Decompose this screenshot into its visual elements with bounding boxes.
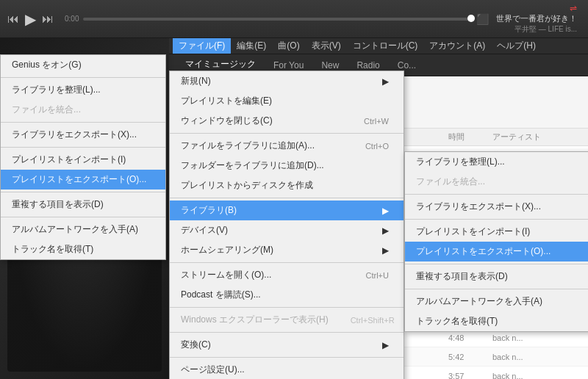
library-submenu: ライブラリを整理(L)... ファイルを統合... ライブラリをエクスポート(X…: [404, 54, 588, 235]
sidebar-menu-genius[interactable]: Genius をオン(G): [1, 55, 165, 75]
progress-thumb: [467, 15, 475, 22]
shuffle-icon: ⇌: [570, 3, 577, 13]
play-button[interactable]: ▶: [25, 10, 36, 28]
menu-burn-disc[interactable]: プレイリストからディスクを作成: [170, 176, 404, 195]
menu-sep-3: [170, 262, 404, 263]
lib-sep-2: [405, 219, 588, 220]
menu-library[interactable]: ライブラリ(B) ▶: [170, 201, 404, 220]
lib-get-artwork[interactable]: アルバムアートワークを入手(A): [405, 292, 588, 311]
song-artist: back n...: [492, 333, 581, 342]
top-bar: ⏮ ▶ ⏭ 0:00 ⬛ ⇌ 世界で一番君が好き！ 平井堅 — LIFE is.…: [0, 0, 588, 38]
song-info-top: ⇌ 世界で一番君が好き！ 平井堅 — LIFE is...: [496, 3, 581, 35]
sidebar-menu-organize[interactable]: ライブラリを整理(L)...: [1, 80, 165, 100]
file-menu-item[interactable]: ファイル(F): [173, 38, 231, 54]
sidebar-menu-get-track-names[interactable]: トラック名を取得(T): [1, 239, 165, 259]
menu-subscribe-podcast[interactable]: Podcast を購読(S)...: [170, 285, 404, 305]
menu-show-explorer[interactable]: Windows エクスプローラーで表示(H) Ctrl+Shift+R: [170, 310, 404, 330]
lib-get-track-names[interactable]: トラック名を取得(T): [405, 311, 588, 331]
song-menu-item[interactable]: 曲(O): [272, 38, 305, 54]
song-artist: back n...: [492, 353, 581, 361]
help-menu-item[interactable]: ヘルプ(H): [491, 38, 542, 54]
sidebar-menu-consolidate[interactable]: ファイルを統合...: [1, 100, 165, 120]
menu-new[interactable]: 新規(N) ▶: [170, 71, 404, 91]
menu-close-window[interactable]: ウィンドウを閉じる(C) Ctrl+W: [170, 111, 404, 131]
airplay-icon[interactable]: ⬛: [476, 13, 489, 25]
menu-bar: ファイル(F) 編集(E) 曲(O) 表示(V) コントロール(C) アカウント…: [169, 38, 588, 54]
song-duration: 5:42: [448, 353, 492, 361]
menu-sep-2: [170, 198, 404, 198]
lib-export[interactable]: ライブラリをエクスポート(X)...: [405, 197, 588, 217]
next-button[interactable]: ⏭: [42, 12, 54, 26]
prev-button[interactable]: ⏮: [7, 12, 19, 26]
airplay-area: ⬛: [476, 13, 489, 25]
sidebar-separator-2: [1, 122, 165, 123]
song-duration: 4:48: [448, 333, 492, 342]
sidebar-menu-export-playlist[interactable]: プレイリストをエクスポート(O)...: [1, 170, 165, 190]
sidebar-separator-3: [1, 147, 165, 148]
progress-area: 0:00 ⬛: [65, 13, 489, 25]
account-menu-item[interactable]: アカウント(A): [423, 38, 491, 54]
sidebar-separator-4: [1, 192, 165, 192]
sidebar-menu-export-library[interactable]: ライブラリをエクスポート(X)...: [1, 125, 165, 145]
menu-add-folder[interactable]: フォルダーをライブラリに追加(D)...: [170, 156, 404, 176]
menu-add-file[interactable]: ファイルをライブラリに追加(A)... Ctrl+O: [170, 136, 404, 156]
top-song-title: 世界で一番君が好き！: [496, 13, 577, 24]
menu-sep-4: [170, 307, 404, 308]
sidebar-menu-panel: Genius をオン(G) ライブラリを整理(L)... ファイルを統合... …: [0, 54, 169, 379]
menu-page-setup[interactable]: ページ設定(U)...: [170, 360, 404, 379]
library-submenu-content: ライブラリを整理(L)... ファイルを統合... ライブラリをエクスポート(X…: [404, 151, 588, 332]
lib-sep-4: [405, 289, 588, 289]
time-elapsed: 0:00: [65, 15, 79, 23]
menu-home-sharing[interactable]: ホームシェアリング(M) ▶: [170, 240, 404, 260]
lib-sep-3: [405, 264, 588, 264]
lib-show-duplicates[interactable]: 重複する項目を表示(D): [405, 267, 588, 286]
sidebar-menu-import-playlist[interactable]: プレイリストをインポート(I): [1, 150, 165, 170]
lib-import-playlist[interactable]: プレイリストをインポート(I): [405, 222, 588, 242]
menu-open-stream[interactable]: ストリームを開く(O)... Ctrl+U: [170, 265, 404, 285]
lib-sep-1: [405, 194, 588, 195]
sidebar-menu-show-duplicates[interactable]: 重複する項目を表示(D): [1, 195, 165, 214]
playback-controls: ⏮ ▶ ⏭: [7, 10, 54, 28]
menu-sep-6: [170, 357, 404, 358]
lib-export-playlist[interactable]: プレイリストをエクスポート(O)...: [405, 242, 588, 261]
menu-edit-playlist[interactable]: プレイリストを編集(E): [170, 91, 404, 111]
song-artist: back n...: [492, 372, 581, 380]
menu-sep-5: [170, 332, 404, 333]
sidebar-menu-get-artwork[interactable]: アルバムアートワークを入手(A): [1, 220, 165, 239]
song-duration: 3:57: [448, 372, 492, 380]
file-menu-content: 新規(N) ▶ プレイリストを編集(E) ウィンドウを閉じる(C) Ctrl+W…: [169, 71, 404, 379]
lib-consolidate[interactable]: ファイルを統合...: [405, 172, 588, 192]
edit-menu-item[interactable]: 編集(E): [231, 38, 272, 54]
menu-sep-1: [170, 133, 404, 134]
sidebar-separator-1: [1, 77, 165, 78]
lib-organize[interactable]: ライブラリを整理(L)...: [405, 152, 588, 172]
sidebar-separator-5: [1, 217, 165, 217]
menu-devices[interactable]: デバイス(V) ▶: [170, 220, 404, 240]
control-menu-item[interactable]: コントロール(C): [347, 38, 424, 54]
progress-bar[interactable]: [83, 18, 472, 21]
view-menu-item[interactable]: 表示(V): [306, 38, 347, 54]
top-song-artist: 平井堅 — LIFE is...: [514, 24, 577, 35]
menu-convert[interactable]: 変換(C) ▶: [170, 335, 404, 355]
